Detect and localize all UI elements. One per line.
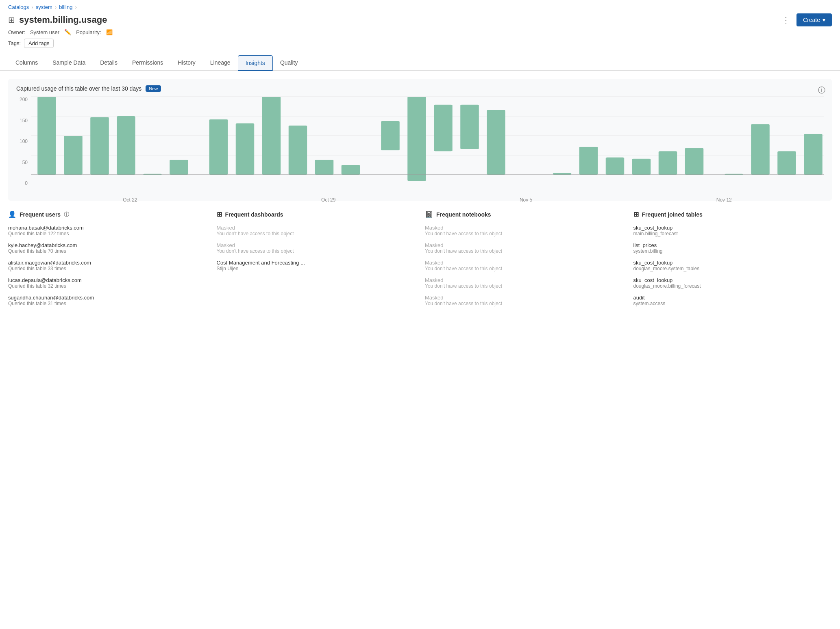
joined-table-item-1: sku_cost_lookup main.billing_forecast (633, 225, 832, 236)
svg-rect-19 (434, 105, 453, 152)
breadcrumb-sep-1: › (31, 4, 33, 10)
tab-history[interactable]: History (170, 55, 203, 71)
create-button[interactable]: Create ▾ (796, 13, 832, 26)
user-item-2: kyle.hachey@databricks.com Queried this … (8, 242, 207, 254)
svg-rect-28 (685, 148, 704, 175)
user-sub-3: Queried this table 33 times (8, 266, 207, 271)
owner-value: System user (30, 29, 59, 35)
new-badge: New (146, 85, 161, 92)
joined-table-sub-2: system.billing (633, 248, 832, 254)
tab-columns[interactable]: Columns (8, 55, 45, 71)
joined-table-name-2[interactable]: list_prices (633, 242, 832, 248)
svg-rect-8 (117, 116, 135, 175)
joined-table-name-4[interactable]: sku_cost_lookup (633, 277, 832, 283)
svg-rect-23 (553, 173, 572, 175)
svg-rect-18 (407, 97, 426, 181)
tab-quality[interactable]: Quality (273, 55, 305, 71)
user-name-2: kyle.hachey@databricks.com (8, 242, 207, 248)
users-info-icon[interactable]: ⓘ (64, 211, 69, 218)
svg-rect-20 (460, 105, 479, 149)
more-options-button[interactable]: ⋮ (779, 13, 793, 26)
user-name-3: alistair.macgowan@databricks.com (8, 260, 207, 266)
x-label-nov5: Nov 5 (520, 197, 532, 203)
dashboard-name-3[interactable]: Cost Management and Forecasting ... (217, 260, 416, 266)
y-axis-labels: 200 150 100 50 0 (16, 97, 31, 194)
user-name-1: mohana.basak@databricks.com (8, 225, 207, 231)
tags-label: Tags: (8, 40, 21, 46)
dashboard-no-access-1: You don't have access to this object (217, 231, 416, 236)
user-sub-4: Queried this table 32 times (8, 283, 207, 289)
notebook-item-1: Masked You don't have access to this obj… (425, 225, 624, 236)
svg-rect-24 (579, 147, 598, 175)
notebook-no-access-3: You don't have access to this object (425, 266, 624, 271)
notebook-no-access-1: You don't have access to this object (425, 231, 624, 236)
joined-table-sub-4: douglas_moore.billing_forecast (633, 283, 832, 289)
page-title: system.billing.usage (19, 15, 107, 25)
joined-table-name-3[interactable]: sku_cost_lookup (633, 260, 832, 266)
svg-rect-5 (37, 97, 56, 175)
breadcrumb-billing[interactable]: billing (59, 4, 72, 10)
dashboard-item-3: Cost Management and Forecasting ... Stij… (217, 260, 416, 271)
breadcrumb-sep-3: › (75, 4, 76, 10)
dashboard-sub-3: Stijn Uijen (217, 266, 416, 271)
tab-details[interactable]: Details (93, 55, 125, 71)
dashboard-masked-2: Masked (217, 242, 416, 248)
tab-insights[interactable]: Insights (238, 55, 273, 71)
user-name-5: sugandha.chauhan@databricks.com (8, 295, 207, 301)
breadcrumb-catalogs[interactable]: Catalogs (8, 4, 29, 10)
dashboards-icon: ⊞ (217, 210, 222, 218)
svg-rect-14 (289, 126, 307, 175)
bar-chart (31, 97, 824, 194)
notebook-item-4: Masked You don't have access to this obj… (425, 277, 624, 289)
create-chevron-icon: ▾ (823, 17, 825, 23)
notebook-masked-4: Masked (425, 277, 624, 283)
chart-info-icon[interactable]: ⓘ (818, 85, 825, 95)
frequent-users-section: 👤 Frequent users ⓘ mohana.basak@databric… (8, 210, 207, 312)
joined-tables-icon: ⊞ (633, 210, 639, 218)
joined-table-name-5[interactable]: audit (633, 295, 832, 301)
tab-sample-data[interactable]: Sample Data (45, 55, 93, 71)
notebook-masked-5: Masked (425, 295, 624, 301)
user-item-4: lucas.depaula@databricks.com Queried thi… (8, 277, 207, 289)
user-sub-1: Queried this table 122 times (8, 231, 207, 236)
svg-rect-26 (632, 159, 651, 175)
frequent-notebooks-section: 📓 Frequent notebooks Masked You don't ha… (425, 210, 624, 312)
add-tags-button[interactable]: Add tags (24, 39, 54, 48)
joined-table-name-1[interactable]: sku_cost_lookup (633, 225, 832, 231)
joined-table-item-3: sku_cost_lookup douglas_moore.system_tab… (633, 260, 832, 271)
notebook-no-access-2: You don't have access to this object (425, 248, 624, 254)
svg-rect-17 (381, 121, 400, 150)
user-item-1: mohana.basak@databricks.com Queried this… (8, 225, 207, 236)
edit-owner-icon[interactable]: ✏️ (64, 29, 71, 35)
popularity-icon: 📶 (106, 29, 113, 35)
user-sub-5: Queried this table 31 times (8, 301, 207, 306)
notebooks-icon: 📓 (425, 210, 433, 218)
dashboard-no-access-2: You don't have access to this object (217, 248, 416, 254)
x-label-nov12: Nov 12 (716, 197, 732, 203)
popularity-label: Popularity: (76, 29, 101, 35)
x-label-oct29: Oct 29 (321, 197, 335, 203)
svg-rect-10 (170, 160, 188, 175)
svg-rect-16 (342, 165, 360, 175)
svg-rect-6 (64, 136, 83, 175)
chart-title: Captured usage of this table over the la… (16, 85, 141, 92)
frequent-joined-tables-title: Frequent joined tables (642, 211, 703, 218)
joined-table-item-2: list_prices system.billing (633, 242, 832, 254)
notebook-masked-1: Masked (425, 225, 624, 231)
svg-rect-30 (751, 124, 770, 175)
notebook-no-access-5: You don't have access to this object (425, 301, 624, 306)
frequent-users-title: Frequent users (20, 211, 61, 218)
tab-lineage[interactable]: Lineage (203, 55, 238, 71)
dashboard-masked-1: Masked (217, 225, 416, 231)
svg-rect-32 (804, 134, 823, 175)
users-icon: 👤 (8, 210, 16, 218)
breadcrumb-system[interactable]: system (36, 4, 52, 10)
x-label-oct22: Oct 22 (123, 197, 137, 203)
user-sub-2: Queried this table 70 times (8, 248, 207, 254)
joined-table-item-4: sku_cost_lookup douglas_moore.billing_fo… (633, 277, 832, 289)
notebook-masked-2: Masked (425, 242, 624, 248)
owner-label: Owner: (8, 29, 25, 35)
notebook-no-access-4: You don't have access to this object (425, 283, 624, 289)
table-icon: ⊞ (8, 15, 15, 25)
tab-permissions[interactable]: Permissions (125, 55, 170, 71)
